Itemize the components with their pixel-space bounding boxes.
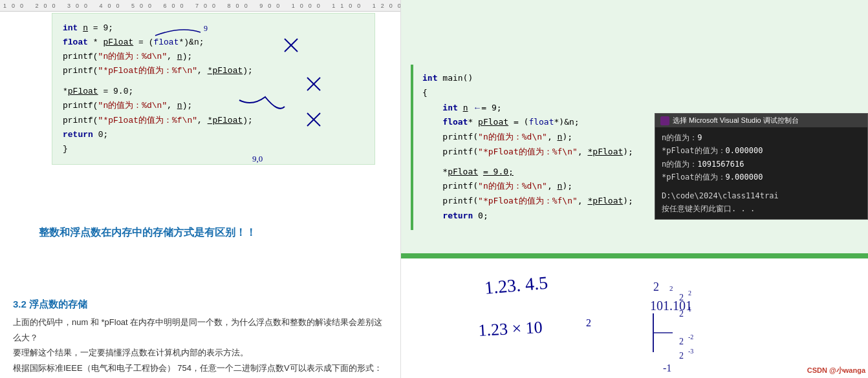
code-line: int main() bbox=[422, 71, 852, 86]
keyword-return: return bbox=[442, 211, 473, 220]
svg-text:-3: -3 bbox=[688, 348, 693, 355]
ide-progress-bar bbox=[401, 253, 868, 258]
console-line: *pFloat的值为：0.000000 bbox=[662, 144, 861, 157]
code-text: printf("n的值为：%d\n", n); bbox=[63, 101, 192, 110]
keyword-return: return bbox=[63, 130, 93, 140]
svg-text:-1: -1 bbox=[663, 362, 671, 373]
section-32-title: 3.2 浮点数的存储 bbox=[13, 299, 387, 311]
svg-text:1: 1 bbox=[688, 306, 691, 313]
code-line: printf("*pFloat的值为：%f\n", *pFloat); bbox=[63, 64, 364, 78]
code-text: } bbox=[63, 144, 68, 154]
code-text: printf("*pFloat的值为：%f\n", *pFloat); bbox=[63, 116, 253, 125]
console-value: 0.000000 bbox=[726, 146, 763, 155]
console-line: *pFloat的值为：9.000000 bbox=[662, 171, 861, 184]
console-spacer bbox=[662, 184, 861, 189]
keyword-int: int bbox=[442, 103, 457, 112]
code-line: *pFloat = 9.0; bbox=[63, 85, 364, 99]
math-annotations-svg: 1.23. 4.5 1.23 × 10 2 2 2 101.101 2 2 2 … bbox=[401, 242, 868, 378]
console-line: n的值为：1091567616 bbox=[662, 158, 861, 171]
code-spacer bbox=[63, 78, 364, 85]
code-line: printf("n的值为：%d\n", n); bbox=[63, 50, 364, 64]
section-32-para1: 上面的代码中，num 和 *pFloat 在内存中明明是同一个数，为什么浮点数和… bbox=[13, 315, 387, 345]
svg-text:-2: -2 bbox=[688, 333, 693, 341]
console-line: 按任意键关闭此窗口. . . bbox=[662, 202, 861, 215]
section-32-para3: 根据国际标准IEEE（电气和电子工程协会） 754，任意一个二进制浮点数V可以表… bbox=[13, 361, 387, 375]
console-line: n的值为：9 bbox=[662, 131, 861, 144]
console-body: n的值为：9 *pFloat的值为：0.000000 n的值为：10915676… bbox=[655, 127, 867, 219]
svg-text:2: 2 bbox=[679, 337, 684, 346]
main-container: 100 200 300 400 500 600 700 800 900 1000… bbox=[0, 0, 868, 378]
keyword-int: int bbox=[422, 73, 437, 83]
code-line: int n = 9; bbox=[63, 21, 364, 36]
highlighted-statement: 整数和浮点数在内存中的存储方式是有区别！！ bbox=[39, 226, 256, 240]
code-text: * pFloat = (float*)&n; bbox=[93, 37, 204, 47]
svg-text:2: 2 bbox=[679, 309, 684, 319]
left-code-block: int n = 9; float * pFloat = (float*)&n; … bbox=[52, 13, 375, 165]
console-titlebar: 选择 Microsoft Visual Studio 调试控制台 bbox=[655, 114, 867, 127]
keyword-float: float bbox=[63, 37, 88, 47]
svg-text:2: 2 bbox=[586, 317, 591, 328]
console-line: D:\code\2024\class114trai bbox=[662, 189, 861, 202]
console-overlay: 选择 Microsoft Visual Studio 调试控制台 n的值为：9 … bbox=[655, 113, 868, 220]
ruler-marks: 100 200 300 400 500 600 700 800 900 1000… bbox=[0, 3, 400, 9]
console-title: 选择 Microsoft Visual Studio 调试控制台 bbox=[673, 116, 799, 125]
code-text: 0; bbox=[98, 130, 109, 140]
svg-text:2: 2 bbox=[679, 293, 684, 302]
code-text: n = 9; bbox=[83, 23, 113, 33]
watermark: CSDN @小wanga bbox=[807, 366, 865, 375]
ruler: 100 200 300 400 500 600 700 800 900 1000… bbox=[0, 0, 400, 12]
code-text: *pFloat = 9.0; bbox=[63, 87, 133, 96]
svg-text:1.23. 4.5: 1.23. 4.5 bbox=[484, 273, 548, 298]
left-panel: 100 200 300 400 500 600 700 800 900 1000… bbox=[0, 0, 401, 378]
svg-text:2: 2 bbox=[688, 289, 691, 297]
console-value: 1091567616 bbox=[697, 160, 744, 169]
svg-text:1.23 × 10: 1.23 × 10 bbox=[478, 318, 543, 340]
right-panel: pFloat int main() { int n ←= 9; float* p… bbox=[401, 0, 868, 378]
code-text: printf("*pFloat的值为：%f\n", *pFloat); bbox=[63, 66, 253, 76]
code-line: printf("*pFloat的值为：%f\n", *pFloat); bbox=[63, 114, 364, 128]
svg-text:2: 2 bbox=[679, 351, 684, 361]
vs-icon bbox=[660, 116, 669, 125]
code-line: printf("n的值为：%d\n", n); bbox=[63, 99, 364, 113]
code-line: { bbox=[422, 86, 852, 101]
code-text: printf("n的值为：%d\n", n); bbox=[63, 52, 192, 61]
code-line: return 0; bbox=[63, 128, 364, 142]
text-section: 3.2 浮点数的存储 上面的代码中，num 和 *pFloat 在内存中明明是同… bbox=[0, 293, 400, 378]
keyword-int: int bbox=[63, 23, 78, 33]
svg-text:101.101: 101.101 bbox=[650, 299, 692, 313]
keyword-float: float bbox=[442, 117, 468, 127]
console-value: 9.000000 bbox=[726, 173, 763, 182]
svg-text:2: 2 bbox=[669, 284, 673, 292]
code-line: float * pFloat = (float*)&n; bbox=[63, 36, 364, 50]
section-32-para2: 要理解这个结果，一定要搞懂浮点数在计算机内部的表示方法。 bbox=[13, 345, 387, 360]
svg-text:2: 2 bbox=[653, 280, 659, 293]
console-value: 9 bbox=[697, 133, 702, 142]
code-line: } bbox=[63, 142, 364, 156]
